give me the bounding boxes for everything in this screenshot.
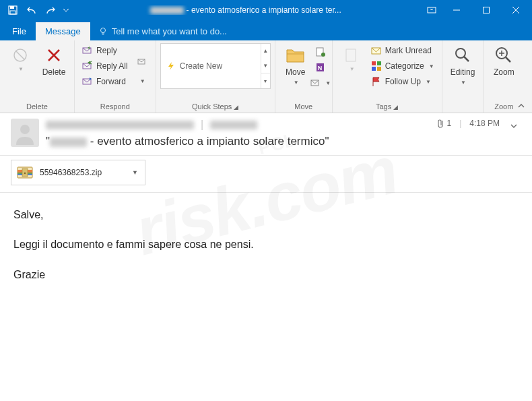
group-respond-label: Respond <box>79 102 152 111</box>
titlebar: - evento atmosferico a impianto solare t… <box>0 0 532 20</box>
move-button[interactable]: Move▼ <box>279 43 312 88</box>
attachment-dropdown[interactable]: ▼ <box>129 169 141 176</box>
onenote-button[interactable]: N <box>313 60 328 75</box>
group-editing: Editing▼ <box>442 40 484 113</box>
quicksteps-more[interactable]: ▾ <box>261 73 270 88</box>
flag-icon <box>371 76 382 87</box>
tell-me-search[interactable]: Tell me what you want to do... <box>90 22 235 40</box>
group-respond: Reply Reply All Forward ▼ <box>75 40 156 113</box>
follow-up-button[interactable]: Follow Up▼ <box>368 74 438 89</box>
policy-icon <box>341 44 362 66</box>
editing-button[interactable]: Editing▼ <box>446 43 479 88</box>
recipient-redacted <box>210 121 257 129</box>
reply-icon <box>82 45 93 56</box>
svg-rect-26 <box>372 61 376 65</box>
categorize-button[interactable]: Categorize▼ <box>368 59 438 73</box>
svg-line-33 <box>506 57 510 62</box>
attachment-filename: 55946368253.zip <box>40 168 124 177</box>
junk-button[interactable]: ▼ <box>4 43 36 73</box>
message-header: | " - evento atmosferico a impianto sola… <box>0 113 532 156</box>
undo-icon[interactable] <box>24 3 39 18</box>
reply-all-icon <box>82 61 93 71</box>
svg-point-36 <box>20 125 30 134</box>
envelope-icon <box>371 45 382 56</box>
attachment-indicator[interactable]: 1 <box>436 119 451 128</box>
close-button[interactable] <box>501 0 531 20</box>
qat-dropdown-icon[interactable] <box>62 3 70 18</box>
onenote-icon: N <box>315 62 326 73</box>
lightbulb-icon <box>98 27 108 36</box>
sender-row: | <box>46 119 430 131</box>
svg-rect-5 <box>484 7 490 13</box>
follow-up-label: Follow Up <box>385 77 421 86</box>
tab-message[interactable]: Message <box>36 22 90 40</box>
quicksteps-up[interactable]: ▲ <box>261 44 270 59</box>
zoom-button[interactable]: Zoom <box>488 43 520 78</box>
group-delete: ▼ Delete Delete <box>0 40 75 113</box>
attachment-item[interactable]: 55946368253.zip ▼ <box>11 160 145 185</box>
forward-label: Forward <box>96 77 126 86</box>
header-meta: 1 | 4:18 PM <box>436 119 500 128</box>
expand-header-button[interactable] <box>506 119 521 133</box>
reply-button[interactable]: Reply <box>79 43 131 58</box>
zip-file-icon <box>15 163 34 182</box>
subject-redacted-part <box>50 137 87 147</box>
svg-line-31 <box>464 57 469 61</box>
svg-line-12 <box>16 51 24 59</box>
svg-rect-1 <box>10 6 14 9</box>
window-controls <box>422 0 531 20</box>
actions-icon <box>310 78 321 88</box>
header-info: | " - evento atmosferico a impianto sola… <box>46 119 430 148</box>
redo-icon[interactable] <box>43 3 58 18</box>
subject: " - evento atmosferico a impianto solare… <box>46 135 430 148</box>
assign-policy-button[interactable]: ▼ <box>337 43 366 73</box>
svg-rect-27 <box>377 61 381 65</box>
svg-text:N: N <box>317 65 322 71</box>
tab-file[interactable]: File <box>3 22 36 40</box>
junk-icon <box>9 44 31 66</box>
save-icon[interactable] <box>5 3 20 18</box>
minimize-button[interactable] <box>442 0 471 20</box>
svg-rect-28 <box>372 67 376 71</box>
collapse-ribbon-button[interactable] <box>517 100 528 111</box>
delete-button[interactable]: Delete <box>38 43 70 78</box>
more-respond-button[interactable]: ▼ <box>133 43 152 86</box>
ribbon-display-icon[interactable] <box>422 3 442 18</box>
reply-all-button[interactable]: Reply All <box>79 59 131 73</box>
quicksteps-down[interactable]: ▼ <box>261 59 270 73</box>
group-editing-label <box>446 102 479 111</box>
quicksteps-gallery[interactable]: Create New ▲ ▼ ▾ <box>160 43 271 89</box>
zoom-label: Zoom <box>494 67 514 77</box>
svg-rect-29 <box>377 67 381 71</box>
folder-move-icon <box>285 44 306 66</box>
mark-unread-button[interactable]: Mark Unread <box>368 43 438 58</box>
more-icon <box>137 44 147 78</box>
delete-label: Delete <box>42 67 66 77</box>
window-title: - evento atmosferico a impianto solare t… <box>70 5 422 15</box>
zoom-icon <box>493 44 514 66</box>
reply-all-label: Reply All <box>96 61 128 71</box>
svg-point-8 <box>100 28 105 32</box>
mark-unread-label: Mark Unread <box>385 46 432 55</box>
quickstep-create-new[interactable]: Create New <box>161 44 261 88</box>
lightning-icon <box>166 61 176 71</box>
maximize-button[interactable] <box>471 0 501 20</box>
outlook-window: - evento atmosferico a impianto solare t… <box>0 0 532 401</box>
forward-icon <box>82 76 93 87</box>
ribbon-tabs: File Message Tell me what you want to do… <box>0 20 532 40</box>
paperclip-icon <box>436 119 444 128</box>
forward-button[interactable]: Forward <box>79 74 131 89</box>
attachment-bar: 55946368253.zip ▼ <box>0 156 532 193</box>
reply-label: Reply <box>96 46 117 55</box>
move-label: Move▼ <box>286 67 305 86</box>
actions-button[interactable]: ▼ <box>313 75 328 90</box>
group-tags-label: Tags ◢ <box>337 102 438 111</box>
received-time: 4:18 PM <box>469 119 500 128</box>
quicksteps-scroll: ▲ ▼ ▾ <box>261 44 270 88</box>
categorize-label: Categorize <box>385 61 424 71</box>
sender-name-redacted <box>46 121 194 129</box>
categorize-icon <box>371 61 382 71</box>
find-icon <box>452 44 473 66</box>
attachment-count: 1 <box>446 119 451 128</box>
rules-button[interactable] <box>313 44 328 59</box>
